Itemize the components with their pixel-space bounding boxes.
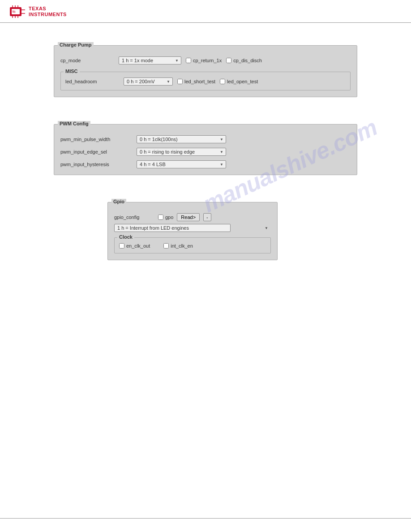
clock-panel: Clock en_clk_out int_clk_en: [114, 237, 271, 253]
gpo-group: gpo: [158, 215, 173, 220]
pwm-input-edge-sel-label: pwm_input_edge_sel: [60, 149, 132, 154]
led-headroom-select-wrapper[interactable]: 0 h = 200mV: [124, 77, 173, 86]
cp-mode-row: cp_mode 1 h = 1x mode cp_return_1x cp_di…: [60, 56, 351, 64]
pwm-input-hysteresis-select-wrapper[interactable]: 4 h = 4 LSB: [137, 160, 226, 168]
cp-return-1x-group: cp_return_1x: [186, 58, 222, 63]
misc-panel: MISC led_headroom 0 h = 200mV led_short_…: [60, 72, 351, 90]
gpo-checkbox[interactable]: [158, 215, 163, 220]
cp-dis-disch-checkbox[interactable]: [226, 58, 231, 63]
pwm-input-edge-sel-row: pwm_input_edge_sel 0 h = rising to risin…: [60, 148, 351, 156]
charge-pump-panel: Charge Pump cp_mode 1 h = 1x mode cp_ret…: [54, 45, 357, 97]
read-button[interactable]: Read>: [177, 213, 200, 221]
gpio-title: Gpio: [111, 199, 126, 204]
int-clk-en-group: int_clk_en: [163, 243, 193, 249]
cp-dis-disch-label: cp_dis_disch: [233, 58, 262, 63]
pwm-input-hysteresis-label: pwm_input_hysteresis: [60, 162, 132, 167]
clock-row: en_clk_out int_clk_en: [119, 243, 266, 249]
misc-title: MISC: [64, 69, 80, 74]
led-short-test-checkbox[interactable]: [177, 79, 183, 84]
led-open-test-checkbox[interactable]: [220, 79, 225, 84]
logo-line1: Texas: [29, 6, 46, 11]
pwm-input-hysteresis-select[interactable]: 4 h = 4 LSB: [137, 160, 226, 168]
en-clk-out-label: en_clk_out: [126, 243, 150, 249]
pwm-min-pulse-width-label: pwm_min_pulse_width: [60, 137, 132, 142]
cp-dis-disch-group: cp_dis_disch: [226, 58, 262, 63]
pwm-input-edge-sel-select[interactable]: 0 h = rising to rising edge: [137, 148, 226, 156]
ti-logo-icon: TI: [9, 4, 26, 19]
led-short-test-group: led_short_test: [177, 79, 215, 84]
led-headroom-select[interactable]: 0 h = 200mV: [124, 77, 173, 86]
cp-mode-select[interactable]: 1 h = 1x mode: [119, 56, 181, 64]
pwm-config-title: PWM Config: [58, 121, 90, 126]
cp-return-1x-label: cp_return_1x: [193, 58, 222, 63]
gpio-config-row: gpio_config gpo Read> -: [114, 213, 271, 221]
pwm-min-pulse-width-row: pwm_min_pulse_width 0 h = 1clk(100ns): [60, 135, 351, 143]
pwm-min-pulse-width-select[interactable]: 0 h = 1clk(100ns): [137, 135, 226, 143]
gpio-value-row: 1 h = Interrupt from LED engines: [114, 224, 271, 232]
footer-line: [0, 518, 411, 519]
led-open-test-group: led_open_test: [220, 79, 258, 84]
pwm-input-edge-sel-select-wrapper[interactable]: 0 h = rising to rising edge: [137, 148, 226, 156]
cp-mode-label: cp_mode: [60, 58, 114, 63]
charge-pump-title: Charge Pump: [58, 42, 94, 47]
int-clk-en-checkbox[interactable]: [163, 243, 169, 249]
int-clk-en-label: int_clk_en: [171, 243, 193, 249]
gpio-config-label: gpio_config: [114, 215, 154, 220]
logo-line2: Instruments: [29, 12, 67, 17]
gpio-value-select-wrapper[interactable]: 1 h = Interrupt from LED engines: [114, 224, 271, 232]
led-headroom-row: led_headroom 0 h = 200mV led_short_test …: [65, 77, 346, 86]
led-headroom-label: led_headroom: [65, 79, 119, 84]
minus-button[interactable]: -: [203, 213, 211, 221]
pwm-input-hysteresis-row: pwm_input_hysteresis 4 h = 4 LSB: [60, 160, 351, 168]
main-content: Charge Pump cp_mode 1 h = 1x mode cp_ret…: [0, 23, 411, 283]
cp-mode-select-wrapper[interactable]: 1 h = 1x mode: [119, 56, 181, 64]
clock-title: Clock: [117, 234, 134, 240]
gpo-label: gpo: [165, 215, 173, 220]
gpio-value-select[interactable]: 1 h = Interrupt from LED engines: [114, 224, 231, 232]
header: TI Texas Instruments: [0, 0, 411, 23]
svg-text:TI: TI: [12, 10, 15, 14]
led-short-test-label: led_short_test: [184, 79, 215, 84]
cp-return-1x-checkbox[interactable]: [186, 58, 191, 63]
pwm-min-pulse-width-select-wrapper[interactable]: 0 h = 1clk(100ns): [137, 135, 226, 143]
en-clk-out-group: en_clk_out: [119, 243, 150, 249]
gpio-panel: Gpio gpio_config gpo Read> - 1 h = Inter…: [107, 202, 278, 260]
ti-logo-text: Texas Instruments: [29, 6, 67, 17]
led-open-test-label: led_open_test: [227, 79, 258, 84]
ti-logo: TI Texas Instruments: [9, 4, 402, 19]
en-clk-out-checkbox[interactable]: [119, 243, 124, 249]
pwm-config-panel: PWM Config pwm_min_pulse_width 0 h = 1cl…: [54, 124, 357, 175]
